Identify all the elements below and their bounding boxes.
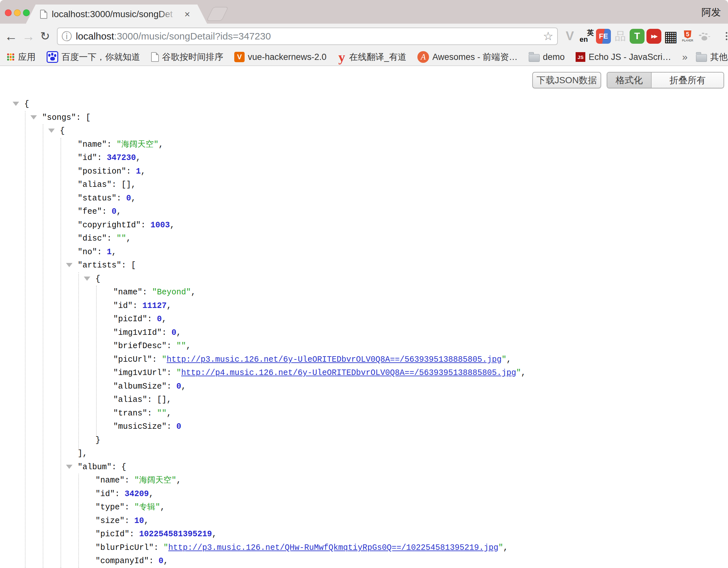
collapse-toggle-icon[interactable]	[30, 115, 37, 119]
json-token: "size"	[95, 516, 125, 526]
folder-icon	[529, 54, 540, 62]
bookmark-vue-hackernews[interactable]: vue-hackernews-2.0	[234, 52, 326, 62]
json-token: {	[60, 126, 65, 136]
paw-icon[interactable]	[697, 29, 712, 44]
json-link[interactable]: http://p3.music.126.net/QHw-RuMwfQkmqtiy…	[168, 543, 498, 552]
json-line: "type": "专辑",	[95, 501, 165, 514]
browser-window: localhost:3000/music/songDet × 阿发 ← → ↻ …	[0, 0, 728, 568]
address-bar[interactable]: ⓘ localhost:3000/music/songDetail?ids=34…	[57, 28, 558, 45]
collapse-toggle-icon[interactable]	[66, 465, 72, 469]
json-token: :	[107, 234, 116, 243]
json-token: "Beyond"	[152, 288, 191, 297]
vue-devtools-icon[interactable]	[562, 29, 577, 44]
json-line: "fee": 0,	[78, 205, 121, 218]
site-info-icon[interactable]: ⓘ	[61, 31, 72, 41]
reload-icon[interactable]: ↻	[40, 30, 50, 42]
json-token: "alias"	[78, 180, 112, 189]
json-link[interactable]: http://p4.music.126.net/6y-UleORITEDbvrO…	[181, 368, 516, 378]
json-token: "alias"	[113, 395, 147, 405]
collapse-toggle-icon[interactable]	[66, 263, 72, 267]
json-token: ,	[503, 543, 508, 552]
minimize-window-button[interactable]	[14, 9, 21, 16]
json-token: "type"	[95, 503, 125, 512]
bookmark-baidu[interactable]: 百度一下，你就知道	[47, 51, 140, 63]
json-token: :	[133, 301, 142, 311]
browser-menu-icon[interactable]	[719, 29, 728, 44]
bookmark-google-sort[interactable]: 谷歌按时间排序	[151, 51, 223, 63]
json-token: "musicSize"	[113, 422, 167, 431]
json-token: "name"	[95, 476, 125, 485]
json-line: "companyId": 0,	[95, 554, 168, 568]
collapse-toggle-icon[interactable]	[48, 128, 55, 133]
bookmark-other-bookmarks[interactable]: 其他书签	[696, 51, 728, 63]
json-token: "id"	[113, 301, 133, 311]
json-line: "album": {	[78, 461, 126, 474]
json-token: ,	[170, 220, 175, 230]
bookmark-demo[interactable]: demo	[529, 52, 565, 62]
bookmark-apps[interactable]: 应用	[6, 51, 36, 63]
json-token: 0	[171, 328, 176, 338]
json-token: "copyrightId"	[78, 220, 141, 230]
json-token: "album"	[78, 462, 112, 472]
translate-icon[interactable]	[579, 29, 594, 44]
json-token: ,	[167, 301, 171, 311]
json-token: ""	[176, 341, 186, 351]
collapse-toggle-icon[interactable]	[84, 276, 90, 281]
url-host: localhost	[76, 31, 114, 41]
new-tab-button[interactable]	[206, 7, 228, 21]
json-token: ,	[136, 153, 141, 162]
json-line: "artists": [	[78, 259, 136, 272]
back-icon[interactable]: ←	[5, 30, 17, 43]
bookmarks-overflow-icon[interactable]: »	[682, 51, 688, 62]
json-token: "trans"	[113, 409, 147, 418]
json-token: :	[125, 503, 134, 512]
video-speed-icon[interactable]	[646, 29, 661, 44]
fe-icon[interactable]	[596, 29, 611, 44]
json-line: {	[95, 272, 100, 286]
tampermonkey-icon[interactable]	[630, 29, 645, 44]
close-window-button[interactable]	[5, 9, 12, 16]
json-token: "status"	[78, 194, 116, 203]
json-line: "picUrl": "http://p3.music.126.net/6y-Ul…	[113, 353, 511, 367]
json-link[interactable]: http://p3.music.126.net/6y-UleORITEDbvrO…	[167, 355, 502, 364]
json-token: ,	[116, 207, 121, 216]
bookmark-star-icon[interactable]: ☆	[543, 30, 553, 42]
bookmark-awesomes[interactable]: Awesomes - 前端资…	[417, 51, 518, 63]
json-token: ,	[131, 194, 136, 203]
json-token: "海阔天空"	[134, 476, 176, 485]
json-token: "id"	[78, 153, 97, 162]
json-line: "alias": [],	[78, 178, 136, 192]
json-token: 10	[134, 516, 144, 526]
json-token: ,	[144, 516, 149, 526]
json-token: ,	[191, 288, 196, 297]
tab-close-icon[interactable]: ×	[184, 9, 190, 19]
bookmark-echojs[interactable]: Echo JS - JavaScri…	[576, 52, 671, 62]
json-token: : [],	[147, 395, 171, 405]
sitemap-icon[interactable]	[613, 29, 628, 44]
json-line: "picId": 102254581395219,	[95, 528, 217, 541]
toolbar: ← → ↻ ⓘ localhost:3000/music/songDetail?…	[0, 24, 728, 49]
json-token: 1003	[150, 220, 170, 230]
vue-orange-icon	[234, 52, 245, 62]
json-line: "img1v1Id": 0,	[113, 326, 181, 340]
json-line: "songs": [	[42, 111, 91, 125]
json-token: ,	[167, 409, 171, 418]
json-token: ""	[116, 234, 126, 243]
json-line: "musicSize": 0	[113, 420, 181, 434]
json-line: "picId": 0,	[113, 313, 167, 326]
json-line: "name": "海阔天空",	[95, 474, 181, 487]
indent-guide	[25, 111, 26, 568]
json-token: :	[167, 341, 176, 351]
qr-code-icon[interactable]	[663, 29, 678, 44]
zoom-window-button[interactable]	[23, 9, 30, 16]
html5-player-icon[interactable]	[680, 29, 695, 44]
json-token: :	[147, 315, 157, 324]
bookmark-youdao[interactable]: 在线翻译_有道	[337, 50, 406, 63]
browser-tab[interactable]: localhost:3000/music/songDet ×	[26, 5, 207, 24]
json-token: : [],	[112, 180, 136, 189]
json-token: ,	[159, 140, 163, 149]
collapse-toggle-icon[interactable]	[13, 102, 19, 106]
url-text[interactable]: localhost:3000/music/songDetail?ids=3472…	[76, 31, 271, 42]
profile-name[interactable]: 阿发	[701, 6, 721, 19]
url-path: :3000/music/songDetail?ids=347230	[114, 31, 271, 41]
